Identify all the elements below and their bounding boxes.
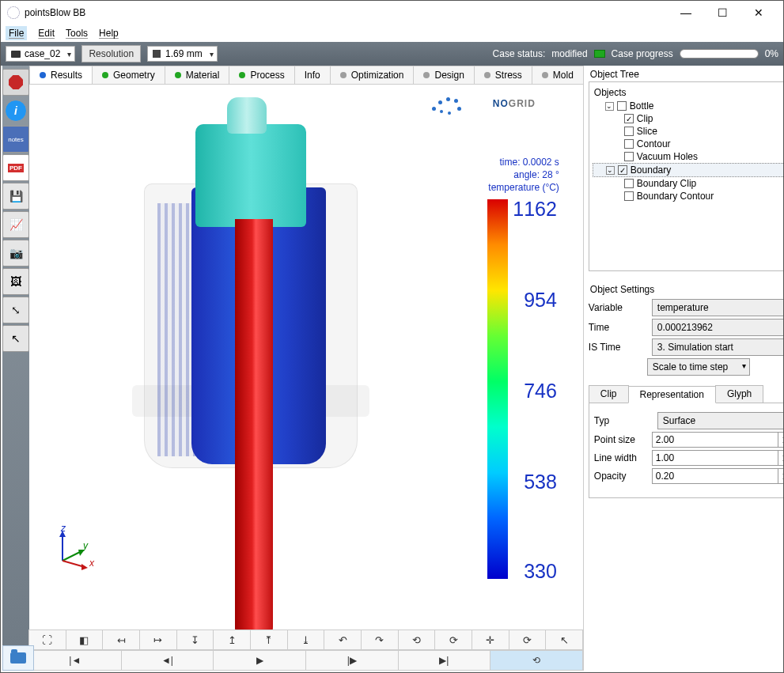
checkbox[interactable]	[624, 139, 634, 149]
typ-select[interactable]: Surface	[657, 412, 784, 429]
chevron-down-icon[interactable]: ⌄	[606, 166, 615, 175]
object-tree[interactable]: Objects ⌄Bottle ✓Clip Slice Contour Vacu…	[589, 81, 784, 271]
snapshot2-button[interactable]: 🖼	[2, 268, 29, 295]
checkbox[interactable]: ✓	[624, 114, 634, 123]
up-arrow-icon[interactable]: ▲	[778, 433, 784, 440]
chevron-down-icon[interactable]: ⌄	[605, 102, 614, 111]
snapshot-button[interactable]: 📷	[2, 240, 29, 267]
variable-select[interactable]: temperature	[652, 299, 784, 316]
viewport-3d[interactable]: NOGRID time: 0.0002 s angle: 28 ° temper…	[29, 85, 583, 630]
view-cursor-button[interactable]: ↖	[545, 630, 583, 650]
plot-button[interactable]: 📈	[2, 211, 29, 238]
tree-item-vacuum-holes[interactable]: Vacuum Holes	[593, 150, 784, 163]
view-xpos-button[interactable]: ↦	[139, 630, 177, 650]
tree-item-boundary[interactable]: ⌄✓Boundary	[593, 163, 784, 177]
save-button[interactable]: 💾	[2, 183, 29, 210]
pointsize-spinner[interactable]: ▲▼	[652, 432, 784, 448]
play-first-button[interactable]: |◄	[28, 650, 122, 671]
tab-mold[interactable]: Mold	[532, 66, 584, 84]
view-ypos-button[interactable]: ↥	[213, 630, 251, 650]
pick-button[interactable]: ↖	[2, 325, 29, 352]
linewidth-spinner[interactable]: ▲▼	[652, 450, 784, 466]
view-yneg-button[interactable]: ↧	[176, 630, 214, 650]
subtab-representation[interactable]: Representation	[628, 386, 716, 403]
play-play-button[interactable]: ▶	[213, 650, 306, 671]
play-prev-button[interactable]: ◄|	[121, 650, 214, 671]
tab-geometry[interactable]: Geometry	[92, 66, 165, 84]
tab-results[interactable]: Results	[29, 66, 93, 84]
view-reset-button[interactable]: ⟳	[509, 630, 547, 650]
minimize-button[interactable]: —	[668, 1, 704, 25]
view-rotate-left-button[interactable]: ↶	[324, 630, 362, 650]
play-last-button[interactable]: ▶|	[398, 650, 491, 671]
dot-icon	[40, 72, 46, 78]
tree-item-clip[interactable]: ✓Clip	[593, 112, 784, 125]
checkbox[interactable]	[617, 101, 627, 111]
tab-info[interactable]: Info	[294, 66, 331, 84]
istime-select[interactable]: 3. Simulation start	[652, 338, 784, 356]
colorbar-tick: 538	[524, 471, 557, 493]
resolution-label: Resolution	[81, 45, 141, 62]
view-fit-button[interactable]: ⛶	[28, 630, 66, 650]
playback-toolbar: |◄ ◄| ▶ |▶ ▶| ⟲	[29, 650, 583, 671]
checkbox[interactable]	[624, 152, 634, 161]
logo-dots-icon	[429, 93, 460, 115]
maximize-button[interactable]: ☐	[704, 1, 740, 25]
subtab-clip[interactable]: Clip	[589, 385, 629, 403]
up-arrow-icon[interactable]: ▲	[778, 451, 784, 458]
tree-item-boundary-clip[interactable]: Boundary Clip	[593, 177, 784, 190]
checkbox[interactable]: ✓	[618, 165, 627, 175]
down-arrow-icon[interactable]: ▼	[778, 458, 784, 465]
down-arrow-icon[interactable]: ▼	[778, 476, 784, 483]
view-xneg-button[interactable]: ↤	[102, 630, 140, 650]
tree-item-contour[interactable]: Contour	[593, 138, 784, 150]
notes-button[interactable]: notes	[2, 126, 29, 153]
subtab-glyph[interactable]: Glyph	[715, 385, 763, 403]
case-selector[interactable]: case_02	[6, 46, 75, 62]
checkbox[interactable]	[624, 191, 634, 201]
open-folder-button[interactable]	[2, 645, 34, 671]
menu-tools[interactable]: Tools	[66, 28, 88, 39]
close-button[interactable]: ✕	[740, 1, 777, 25]
menu-help[interactable]: Help	[99, 28, 119, 39]
stop-button[interactable]	[2, 69, 29, 96]
pointsize-label: Point size	[594, 434, 647, 445]
pointsize-input[interactable]	[652, 432, 778, 448]
checkbox[interactable]	[624, 127, 634, 136]
view-zneg-button[interactable]: ⤒	[250, 630, 288, 650]
tab-design[interactable]: Design	[413, 66, 474, 84]
view-roll-right-button[interactable]: ⟳	[434, 630, 472, 650]
tab-stress[interactable]: Stress	[474, 66, 532, 84]
view-center-button[interactable]: ✛	[472, 630, 509, 650]
menu-file[interactable]: File	[6, 26, 27, 40]
view-zpos-button[interactable]: ⤓	[287, 630, 325, 650]
tree-item-bottle[interactable]: ⌄Bottle	[593, 100, 784, 112]
tab-optimization[interactable]: Optimization	[330, 66, 415, 84]
play-loop-button[interactable]: ⟲	[490, 650, 583, 671]
dot-icon	[542, 72, 548, 78]
axes-button[interactable]: ⤡	[2, 297, 29, 323]
right-panel: Object Tree Objects ⌄Bottle ✓Clip Slice …	[584, 66, 784, 671]
info-button[interactable]: i	[5, 100, 27, 122]
opacity-input[interactable]	[652, 468, 778, 484]
settings-subtabs: Clip Representation Glyph	[589, 385, 784, 403]
play-next-button[interactable]: |▶	[305, 650, 399, 671]
view-roll-left-button[interactable]: ⟲	[398, 630, 436, 650]
tree-item-slice[interactable]: Slice	[593, 125, 784, 138]
view-iso-button[interactable]: ◧	[66, 630, 104, 650]
view-rotate-right-button[interactable]: ↷	[361, 630, 399, 650]
variable-label: Variable	[589, 302, 647, 313]
opacity-spinner[interactable]: ▲▼	[652, 468, 784, 484]
tab-material[interactable]: Material	[165, 66, 230, 84]
pdf-button[interactable]: PDF	[2, 154, 29, 181]
resolution-selector[interactable]: 1.69 mm	[147, 46, 218, 62]
time-select[interactable]: 0.000213962	[652, 319, 784, 336]
tree-item-boundary-contour[interactable]: Boundary Contour	[593, 190, 784, 202]
checkbox[interactable]	[624, 179, 634, 188]
tab-process[interactable]: Process	[229, 66, 294, 84]
down-arrow-icon[interactable]: ▼	[778, 440, 784, 447]
up-arrow-icon[interactable]: ▲	[778, 469, 784, 476]
menu-edit[interactable]: Edit	[38, 28, 55, 39]
linewidth-input[interactable]	[652, 450, 778, 466]
scale-select[interactable]: Scale to time step	[647, 358, 750, 376]
